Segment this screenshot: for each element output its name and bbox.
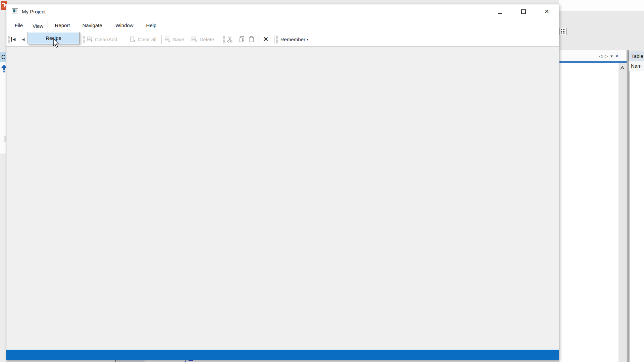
delete-button[interactable]: Delete: [192, 32, 214, 46]
toolbar-grip[interactable]: [276, 36, 278, 44]
bottom-divider-line: [115, 360, 116, 362]
first-record-button[interactable]: ◀: [11, 32, 15, 46]
window-title: My Project: [22, 4, 46, 19]
bottom-background-sliver: [6, 360, 559, 362]
previous-record-icon: ◀: [22, 37, 24, 42]
close-tab-icon[interactable]: ✕: [615, 54, 619, 58]
toolbar: ◀ ◀ Clear/Add C: [6, 32, 559, 47]
bottom-scrollbar-thumb: [117, 360, 145, 362]
bottom-blue-glyph: [189, 360, 193, 361]
toolbar-grip[interactable]: [223, 36, 225, 44]
table-delete-icon: [192, 37, 198, 42]
tab-navigation-arrows: ◁ ▷ ▾ ✕: [599, 50, 619, 62]
left-tab-c[interactable]: C: [0, 52, 6, 62]
tab-list-icon[interactable]: ▾: [610, 54, 613, 58]
delete-x-button[interactable]: ✕: [263, 32, 268, 46]
mouse-cursor: [53, 38, 61, 49]
delete-x-icon: ✕: [263, 36, 268, 43]
paste-icon[interactable]: [249, 36, 254, 43]
chevron-up-icon[interactable]: [620, 66, 625, 70]
menu-navigate[interactable]: Navigate: [78, 19, 106, 32]
table-panel-column-header: Nam: [629, 61, 644, 71]
screen: ◁ ▷ ▾ ✕ Table Nam C My Project ✕: [0, 0, 644, 362]
table-panel-tab[interactable]: Table: [629, 51, 644, 61]
background-window-border: [627, 50, 628, 362]
delete-label: Delete: [200, 37, 214, 42]
remember-dropdown-button[interactable]: Remember ▾: [280, 32, 308, 46]
table-panel-list[interactable]: [630, 71, 644, 362]
menu-file[interactable]: File: [11, 19, 27, 32]
save-label: Save: [173, 37, 184, 42]
next-tab-icon[interactable]: ▷: [605, 54, 608, 58]
minimize-icon: [498, 13, 502, 14]
minimize-button[interactable]: [490, 6, 509, 17]
background-window-content: [559, 63, 627, 362]
save-button[interactable]: Save: [165, 32, 184, 46]
table-grid-icon: [560, 29, 566, 34]
close-button[interactable]: ✕: [537, 6, 556, 17]
table-add-icon: [87, 37, 93, 42]
clear-all-label: Clear all: [138, 37, 156, 42]
previous-record-button[interactable]: ◀: [22, 32, 24, 46]
left-toolbar-grip: [4, 13, 6, 52]
toolbar-boundary: [82, 35, 82, 44]
chevron-down-icon: ▾: [307, 38, 308, 41]
table-panel-border: [628, 50, 629, 362]
first-record-bar: [11, 37, 12, 42]
cut-icon[interactable]: [227, 36, 233, 43]
clear-all-button[interactable]: Clear all: [130, 32, 156, 46]
remember-label: Remember: [280, 37, 305, 42]
document-content-area[interactable]: [6, 47, 559, 349]
menu-report[interactable]: Report: [51, 19, 74, 32]
app-window-icon: [12, 8, 18, 13]
toolbar-grip[interactable]: [8, 36, 10, 44]
toolbar-grip[interactable]: [83, 36, 85, 44]
copy-icon[interactable]: [238, 36, 245, 43]
page-clear-icon: [130, 37, 136, 42]
my-project-window: My Project ✕ File View Report Navigate W…: [6, 4, 559, 360]
toolbar-boundary: [274, 35, 275, 44]
background-titlebar-strip: [559, 0, 644, 11]
status-bar: [6, 350, 559, 360]
maximize-button[interactable]: [514, 6, 533, 17]
prev-tab-icon[interactable]: ◁: [599, 54, 602, 58]
menu-bar: File View Report Navigate Window Help: [6, 19, 559, 32]
title-bar[interactable]: My Project ✕: [6, 4, 559, 19]
toolbar-separator: [161, 35, 162, 44]
maximize-icon: [521, 9, 526, 14]
toolbar-separator: [259, 35, 259, 44]
close-icon: ✕: [544, 9, 549, 14]
first-record-icon: ◀: [12, 37, 15, 41]
table-grid-button[interactable]: [559, 28, 567, 35]
toolbar-boundary: [221, 35, 221, 44]
table-save-icon: [165, 37, 171, 42]
clear-add-button[interactable]: Clear/Add: [87, 32, 117, 46]
background-scrollbar[interactable]: [619, 63, 626, 362]
menu-help[interactable]: Help: [143, 19, 160, 32]
clear-add-label: Clear/Add: [95, 37, 117, 42]
menu-window[interactable]: Window: [111, 19, 138, 32]
menu-view[interactable]: View: [28, 20, 48, 33]
